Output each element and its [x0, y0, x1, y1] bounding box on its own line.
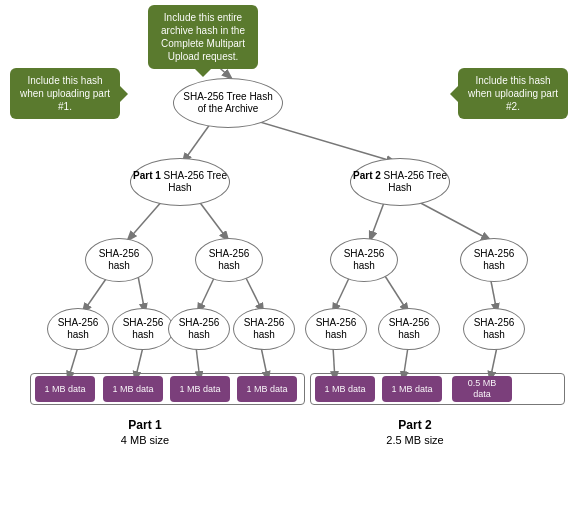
part1-label: Part 1	[80, 418, 210, 432]
svg-line-14	[333, 276, 350, 312]
callout-right: Include this hash when uploading part #2…	[458, 68, 568, 119]
svg-line-15	[385, 276, 408, 312]
p1-left-mid-node: SHA-256 hash	[85, 238, 153, 282]
p2-d2: 1 MB data	[382, 376, 442, 402]
svg-line-6	[198, 276, 215, 312]
svg-line-13	[415, 200, 490, 240]
part1-hash-node: Part 1 SHA-256 Tree Hash	[130, 158, 230, 206]
p2-ll-node: SHA-256 hash	[305, 308, 367, 350]
svg-line-7	[245, 276, 263, 312]
p1-d1: 1 MB data	[35, 376, 95, 402]
p1-d4: 1 MB data	[237, 376, 297, 402]
p2-lr-node: SHA-256 hash	[378, 308, 440, 350]
p2-left-mid-node: SHA-256 hash	[330, 238, 398, 282]
p2-d1: 1 MB data	[315, 376, 375, 402]
p1-rr-node: SHA-256 hash	[233, 308, 295, 350]
part1-size-label: 4 MB size	[80, 434, 210, 446]
p1-d3: 1 MB data	[170, 376, 230, 402]
p2-right-node: SHA-256 hash	[460, 238, 528, 282]
p1-right-mid-node: SHA-256 hash	[195, 238, 263, 282]
archive-hash-node: SHA-256 Tree Hash of the Archive	[173, 78, 283, 128]
part2-label: Part 2	[350, 418, 480, 432]
svg-line-1	[253, 120, 395, 162]
p2-d3: 0.5 MB data	[452, 376, 512, 402]
part2-hash-node: Part 2 SHA-256 Tree Hash	[350, 158, 450, 206]
diagram: Include this entire archive hash in the …	[0, 0, 583, 513]
svg-line-3	[198, 200, 228, 240]
p1-lr-node: SHA-256 hash	[112, 308, 174, 350]
p1-ll-node: SHA-256 hash	[47, 308, 109, 350]
p1-rl-node: SHA-256 hash	[168, 308, 230, 350]
svg-line-4	[83, 276, 108, 312]
part2-size-label: 2.5 MB size	[350, 434, 480, 446]
p2-r-leaf-node: SHA-256 hash	[463, 308, 525, 350]
callout-left: Include this hash when uploading part #1…	[10, 68, 120, 119]
svg-line-5	[138, 276, 145, 312]
callout-top: Include this entire archive hash in the …	[148, 5, 258, 69]
svg-line-12	[370, 200, 385, 240]
p1-d2: 1 MB data	[103, 376, 163, 402]
svg-line-2	[128, 200, 163, 240]
